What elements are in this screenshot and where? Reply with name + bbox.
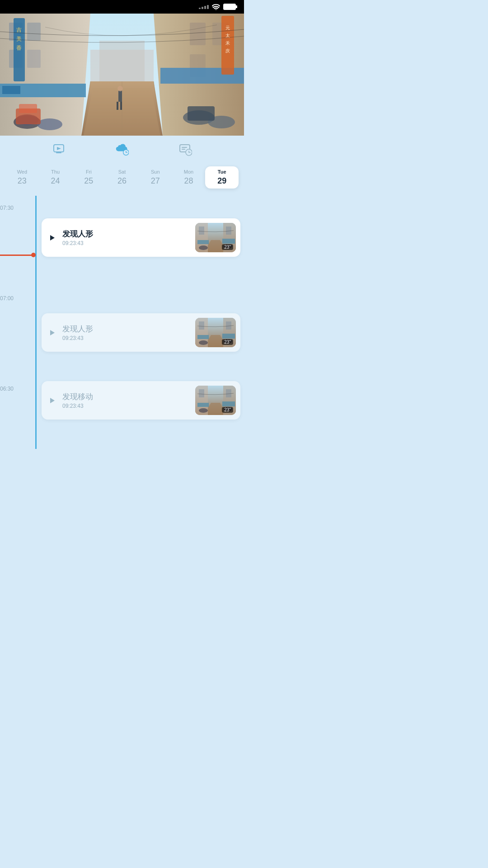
svg-rect-61 (199, 226, 204, 235)
day-name: Sun (151, 169, 160, 175)
svg-rect-60 (222, 239, 235, 244)
svg-point-85 (199, 408, 208, 413)
day-name: Sat (118, 169, 126, 175)
svg-rect-34 (118, 90, 122, 102)
wifi-icon (212, 4, 220, 10)
day-num: 23 (18, 176, 27, 186)
day-num: 24 (51, 176, 60, 186)
svg-rect-81 (197, 403, 209, 407)
day-num: 27 (151, 176, 160, 186)
event-thumbnail: 23" (195, 386, 236, 415)
svg-text:香: 香 (16, 45, 22, 51)
status-bar (0, 0, 244, 14)
day-num: 25 (84, 176, 93, 186)
status-icons (199, 4, 236, 10)
event-play-button[interactable] (48, 396, 57, 405)
event-info: 发现人形 09:23:43 (62, 229, 190, 246)
svg-rect-9 (2, 86, 20, 94)
calendar-day-sun[interactable]: Sun 27 (139, 166, 172, 189)
svg-rect-59 (197, 240, 209, 244)
event-card-1[interactable]: 发现人形 09:23:43 23" (42, 218, 240, 257)
svg-marker-76 (50, 398, 55, 403)
timeline-current-time-line (0, 255, 35, 256)
svg-text:庆: 庆 (225, 48, 230, 53)
event-duration: 23" (222, 407, 233, 413)
event-thumbnail: 23" (195, 223, 236, 252)
svg-rect-84 (226, 389, 231, 397)
battery-icon (223, 4, 236, 10)
svg-rect-37 (120, 102, 122, 110)
calendar-day-tue[interactable]: Tue 29 (205, 166, 239, 189)
tv-play-icon[interactable] (52, 142, 66, 156)
svg-text:元: 元 (225, 25, 230, 30)
calendar-day-sat[interactable]: Sat 26 (105, 166, 139, 189)
day-num: 29 (217, 176, 226, 186)
events-area: 发现人形 09:23:43 23" 发 (36, 196, 244, 449)
day-num: 28 (184, 176, 193, 186)
cloud-time-icon[interactable] (115, 142, 129, 156)
calendar-days: Wed 23 Thu 24 Fri 25 Sat 26 Sun 27 Mon 2… (5, 166, 239, 189)
time-label: 06:30 (0, 386, 19, 392)
svg-rect-36 (117, 102, 118, 110)
svg-point-63 (199, 245, 208, 250)
timeline: 07:3007:0006:30 发现人形 09:23:43 (0, 196, 244, 449)
time-label: 07:00 (0, 295, 19, 302)
event-title: 发现移动 (62, 392, 190, 402)
svg-point-35 (117, 86, 123, 91)
day-name: Mon (184, 169, 193, 175)
card-time-icon[interactable] (178, 142, 192, 156)
svg-point-74 (199, 340, 208, 345)
svg-text:禾: 禾 (225, 41, 230, 46)
calendar-day-wed[interactable]: Wed 23 (5, 166, 39, 189)
hero-image: 吉 美 香 元 太 禾 庆 (0, 14, 244, 136)
svg-rect-70 (197, 335, 209, 339)
svg-rect-62 (226, 226, 231, 235)
svg-marker-65 (50, 330, 55, 335)
calendar-day-mon[interactable]: Mon 28 (172, 166, 206, 189)
toolbar (0, 136, 244, 163)
svg-text:美: 美 (16, 36, 22, 42)
timeline-dot (31, 253, 36, 257)
svg-marker-54 (50, 235, 55, 241)
event-title: 发现人形 (62, 324, 190, 334)
event-title: 发现人形 (62, 229, 190, 239)
event-play-button[interactable] (48, 233, 57, 242)
svg-rect-73 (226, 321, 231, 330)
event-info: 发现移动 09:23:43 (62, 392, 190, 409)
event-thumbnail: 23" (195, 318, 236, 347)
signal-icon (199, 5, 209, 9)
svg-text:吉: 吉 (16, 27, 22, 33)
svg-rect-82 (222, 401, 235, 406)
svg-rect-40 (188, 106, 215, 121)
time-label: 07:30 (0, 205, 19, 211)
event-card-3[interactable]: 发现移动 09:23:43 23" (42, 381, 240, 420)
svg-rect-33 (19, 104, 37, 113)
svg-text:太: 太 (225, 33, 230, 38)
event-time: 09:23:43 (62, 240, 190, 246)
calendar-day-thu[interactable]: Thu 24 (39, 166, 72, 189)
day-name: Tue (218, 169, 226, 175)
svg-point-31 (37, 118, 62, 130)
event-time: 09:23:43 (62, 335, 190, 341)
event-play-button[interactable] (48, 328, 57, 337)
svg-rect-83 (199, 389, 204, 397)
calendar-day-fri[interactable]: Fri 25 (72, 166, 105, 189)
day-name: Fri (86, 169, 92, 175)
event-duration: 23" (222, 339, 233, 345)
event-info: 发现人形 09:23:43 (62, 324, 190, 341)
day-name: Wed (17, 169, 27, 175)
svg-rect-15 (190, 23, 206, 45)
svg-rect-5 (27, 23, 41, 41)
day-name: Thu (51, 169, 60, 175)
event-card-2[interactable]: 发现人形 09:23:43 23" (42, 313, 240, 352)
svg-rect-7 (27, 50, 41, 68)
svg-marker-42 (57, 147, 61, 150)
svg-rect-71 (222, 334, 235, 339)
event-duration: 23" (222, 244, 233, 250)
day-num: 26 (117, 176, 127, 186)
svg-rect-72 (199, 321, 204, 330)
event-time: 09:23:43 (62, 403, 190, 409)
calendar-strip: Wed 23 Thu 24 Fri 25 Sat 26 Sun 27 Mon 2… (0, 163, 244, 196)
